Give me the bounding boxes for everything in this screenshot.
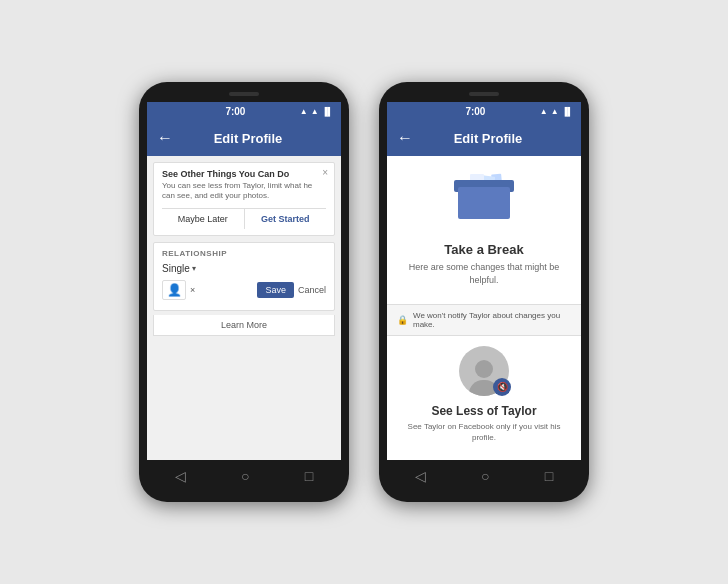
notif-title: See Other Things You Can Do (162, 169, 326, 179)
relationship-select-row[interactable]: Single ▾ (162, 263, 326, 274)
mute-badge: 🔇 (493, 378, 511, 396)
take-break-description: Here are some changes that might be help… (399, 261, 569, 286)
right-signal-icon: ▲ (540, 107, 548, 116)
nav-home-button[interactable]: ○ (241, 468, 249, 484)
file-box-illustration (454, 174, 514, 219)
status-bar: 7:00 ▲ ▲ ▐▌ (147, 102, 341, 120)
right-bottom-nav: ◁ ○ □ (387, 460, 581, 492)
privacy-notice: 🔒 We won't notify Taylor about changes y… (387, 304, 581, 336)
right-phone-speaker (469, 92, 499, 96)
back-button[interactable]: ← (157, 129, 173, 147)
left-screen-content: × See Other Things You Can Do You can se… (147, 156, 341, 460)
right-status-bar: 7:00 ▲ ▲ ▐▌ (387, 102, 581, 120)
close-icon[interactable]: × (322, 167, 328, 178)
get-started-button[interactable]: Get Started (245, 209, 327, 229)
notif-buttons: Maybe Later Get Started (162, 208, 326, 229)
notif-desc: You can see less from Taylor, limit what… (162, 181, 326, 202)
box-body (458, 187, 510, 219)
right-status-time: 7:00 (465, 106, 485, 117)
see-less-section: 🔇 See Less of Taylor See Taylor on Faceb… (387, 336, 581, 451)
left-fb-header: ← Edit Profile (147, 120, 341, 156)
right-page-title: Edit Profile (421, 131, 555, 146)
right-back-button[interactable]: ← (397, 129, 413, 147)
section-label: RELATIONSHIP (162, 249, 326, 258)
see-less-title: See Less of Taylor (431, 404, 536, 418)
nav-back-button[interactable]: ◁ (175, 468, 186, 484)
cancel-button[interactable]: Cancel (298, 285, 326, 295)
dropdown-arrow-icon: ▾ (192, 264, 196, 273)
left-phone-screen: 7:00 ▲ ▲ ▐▌ ← Edit Profile × See Other T… (147, 102, 341, 460)
take-break-section: Take a Break Here are some changes that … (387, 156, 581, 304)
right-status-icons: ▲ ▲ ▐▌ (540, 107, 573, 116)
phone-speaker (229, 92, 259, 96)
remove-person-icon[interactable]: × (190, 285, 195, 295)
wifi-icon: ▲ (311, 107, 319, 116)
maybe-later-button[interactable]: Maybe Later (162, 209, 245, 229)
learn-more-row: Learn More (153, 315, 335, 336)
right-phone-screen: 7:00 ▲ ▲ ▐▌ ← Edit Profile (387, 102, 581, 460)
status-icons: ▲ ▲ ▐▌ (300, 107, 333, 116)
relationship-section: RELATIONSHIP Single ▾ 👤 × Save Cancel (153, 242, 335, 311)
save-button[interactable]: Save (257, 282, 294, 298)
battery-icon: ▐▌ (322, 107, 333, 116)
right-nav-back-button[interactable]: ◁ (415, 468, 426, 484)
right-phone: 7:00 ▲ ▲ ▐▌ ← Edit Profile (379, 82, 589, 502)
relationship-value: Single (162, 263, 190, 274)
see-less-description: See Taylor on Facebook only if you visit… (399, 421, 569, 443)
mute-icon: 🔇 (497, 382, 508, 392)
left-phone: 7:00 ▲ ▲ ▐▌ ← Edit Profile × See Other T… (139, 82, 349, 502)
right-screen-content: Take a Break Here are some changes that … (387, 156, 581, 460)
privacy-text: We won't notify Taylor about changes you… (413, 311, 571, 329)
signal-icon: ▲ (300, 107, 308, 116)
input-row: 👤 × Save Cancel (162, 280, 326, 300)
notification-banner: × See Other Things You Can Do You can se… (153, 162, 335, 236)
left-bottom-nav: ◁ ○ □ (147, 460, 341, 492)
learn-more-link[interactable]: Learn More (221, 320, 267, 330)
person-head (475, 360, 493, 378)
lock-icon: 🔒 (397, 315, 408, 325)
page-title: Edit Profile (181, 131, 315, 146)
take-break-icon (449, 174, 519, 234)
person-icon-box: 👤 (162, 280, 186, 300)
see-less-icon: 🔇 (459, 346, 509, 396)
right-nav-home-button[interactable]: ○ (481, 468, 489, 484)
right-wifi-icon: ▲ (551, 107, 559, 116)
nav-recents-button[interactable]: □ (305, 468, 313, 484)
status-time: 7:00 (225, 106, 245, 117)
right-nav-recents-button[interactable]: □ (545, 468, 553, 484)
right-fb-header: ← Edit Profile (387, 120, 581, 156)
right-battery-icon: ▐▌ (562, 107, 573, 116)
person-icon: 👤 (167, 283, 182, 297)
take-break-title: Take a Break (444, 242, 523, 257)
